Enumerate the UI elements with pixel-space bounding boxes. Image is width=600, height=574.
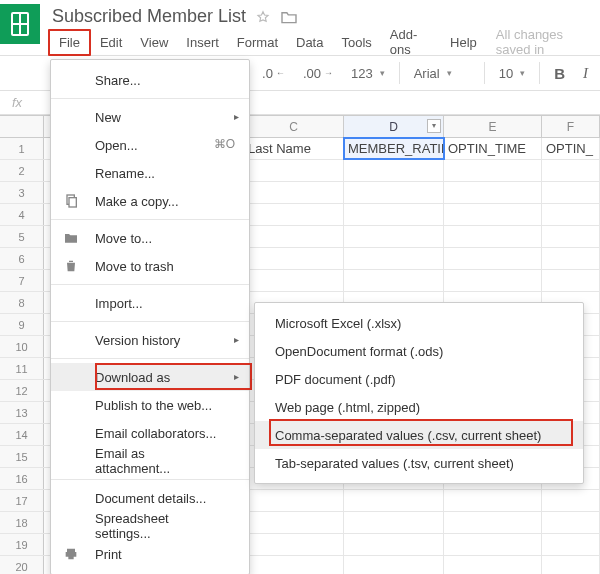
cell-C1[interactable]: Last Name — [244, 138, 344, 159]
row-header[interactable]: 13 — [0, 402, 44, 423]
menu-insert[interactable]: Insert — [177, 31, 228, 54]
menu-item-spreadsheet-settings[interactable]: Spreadsheet settings... — [51, 512, 249, 540]
cell[interactable] — [542, 160, 600, 181]
row-header[interactable]: 6 — [0, 248, 44, 269]
cell[interactable] — [244, 182, 344, 203]
submenu-item-tsv[interactable]: Tab-separated values (.tsv, current shee… — [255, 449, 583, 477]
sheets-app-icon[interactable] — [0, 4, 40, 44]
row-header[interactable]: 7 — [0, 270, 44, 291]
column-header-D[interactable]: D ▾ — [344, 116, 444, 137]
row-header[interactable]: 5 — [0, 226, 44, 247]
cell[interactable] — [244, 248, 344, 269]
bold-button[interactable]: B — [548, 63, 571, 84]
menu-item-download-as[interactable]: Download as▸ — [51, 363, 249, 391]
cell[interactable] — [444, 556, 542, 574]
menu-item-move-to[interactable]: Move to... — [51, 224, 249, 252]
submenu-item-html[interactable]: Web page (.html, zipped) — [255, 393, 583, 421]
row-header[interactable]: 3 — [0, 182, 44, 203]
submenu-item-pdf[interactable]: PDF document (.pdf) — [255, 365, 583, 393]
menu-edit[interactable]: Edit — [91, 31, 131, 54]
menu-item-print[interactable]: Print — [51, 540, 249, 568]
menu-item-move-to-trash[interactable]: Move to trash — [51, 252, 249, 280]
cell[interactable] — [444, 248, 542, 269]
cell[interactable] — [542, 270, 600, 291]
cell[interactable] — [542, 534, 600, 555]
cell[interactable] — [444, 490, 542, 511]
cell[interactable] — [542, 204, 600, 225]
decrease-decimal-button[interactable]: .0← — [256, 64, 291, 83]
cell[interactable] — [344, 226, 444, 247]
cell[interactable] — [542, 512, 600, 533]
submenu-item-ods[interactable]: OpenDocument format (.ods) — [255, 337, 583, 365]
cell[interactable] — [444, 534, 542, 555]
menu-item-email-collaborators[interactable]: Email collaborators... — [51, 419, 249, 447]
cell[interactable] — [542, 226, 600, 247]
menu-help[interactable]: Help — [441, 31, 486, 54]
increase-decimal-button[interactable]: .00→ — [297, 64, 339, 83]
menu-view[interactable]: View — [131, 31, 177, 54]
column-header-F[interactable]: F — [542, 116, 600, 137]
cell[interactable] — [444, 182, 542, 203]
cell[interactable] — [542, 556, 600, 574]
cell[interactable] — [542, 182, 600, 203]
cell[interactable] — [244, 204, 344, 225]
cell-E1[interactable]: OPTIN_TIME — [444, 138, 542, 159]
menu-item-import[interactable]: Import... — [51, 289, 249, 317]
row-header[interactable]: 19 — [0, 534, 44, 555]
menu-item-publish[interactable]: Publish to the web... — [51, 391, 249, 419]
cell[interactable] — [444, 204, 542, 225]
select-all-corner[interactable] — [0, 116, 44, 137]
row-header[interactable]: 14 — [0, 424, 44, 445]
cell[interactable] — [444, 512, 542, 533]
submenu-item-csv[interactable]: Comma-separated values (.csv, current sh… — [255, 421, 583, 449]
menu-tools[interactable]: Tools — [332, 31, 380, 54]
row-header[interactable]: 17 — [0, 490, 44, 511]
row-header[interactable]: 8 — [0, 292, 44, 313]
cell[interactable] — [444, 270, 542, 291]
row-header[interactable]: 1 — [0, 138, 44, 159]
menu-item-email-attachment[interactable]: Email as attachment... — [51, 447, 249, 475]
menu-file[interactable]: File — [48, 29, 91, 56]
cell[interactable] — [344, 490, 444, 511]
menu-item-make-copy[interactable]: Make a copy... — [51, 187, 249, 215]
cell[interactable] — [344, 160, 444, 181]
font-family-select[interactable]: Arial — [408, 64, 476, 83]
menu-item-version-history[interactable]: Version history▸ — [51, 326, 249, 354]
menu-addons[interactable]: Add-ons — [381, 23, 441, 61]
cell[interactable] — [244, 512, 344, 533]
cell[interactable] — [444, 160, 542, 181]
cell[interactable] — [444, 226, 542, 247]
cell[interactable] — [542, 490, 600, 511]
cell[interactable] — [344, 512, 444, 533]
cell[interactable] — [542, 248, 600, 269]
cell[interactable] — [244, 270, 344, 291]
row-header[interactable]: 12 — [0, 380, 44, 401]
row-header[interactable]: 11 — [0, 358, 44, 379]
menu-item-document-details[interactable]: Document details... — [51, 484, 249, 512]
column-dropdown-icon[interactable]: ▾ — [427, 119, 441, 133]
document-title[interactable]: Subscribed Member List — [52, 6, 246, 27]
move-folder-icon[interactable] — [280, 10, 296, 24]
cell[interactable] — [244, 556, 344, 574]
menu-item-share[interactable]: Share... — [51, 66, 249, 94]
cell-D1[interactable]: MEMBER_RATIN — [344, 138, 444, 159]
menu-data[interactable]: Data — [287, 31, 332, 54]
row-header[interactable]: 18 — [0, 512, 44, 533]
cell[interactable] — [344, 182, 444, 203]
row-header[interactable]: 10 — [0, 336, 44, 357]
row-header[interactable]: 15 — [0, 446, 44, 467]
italic-button[interactable]: I — [577, 63, 594, 84]
menu-item-new[interactable]: New▸ — [51, 103, 249, 131]
star-icon[interactable] — [256, 10, 270, 24]
row-header[interactable]: 4 — [0, 204, 44, 225]
row-header[interactable]: 20 — [0, 556, 44, 574]
cell[interactable] — [244, 490, 344, 511]
cell[interactable] — [244, 226, 344, 247]
column-header-E[interactable]: E — [444, 116, 542, 137]
font-size-select[interactable]: 10 — [493, 64, 531, 83]
submenu-item-xlsx[interactable]: Microsoft Excel (.xlsx) — [255, 309, 583, 337]
cell[interactable] — [244, 534, 344, 555]
row-header[interactable]: 2 — [0, 160, 44, 181]
column-header-C[interactable]: C — [244, 116, 344, 137]
cell[interactable] — [344, 556, 444, 574]
